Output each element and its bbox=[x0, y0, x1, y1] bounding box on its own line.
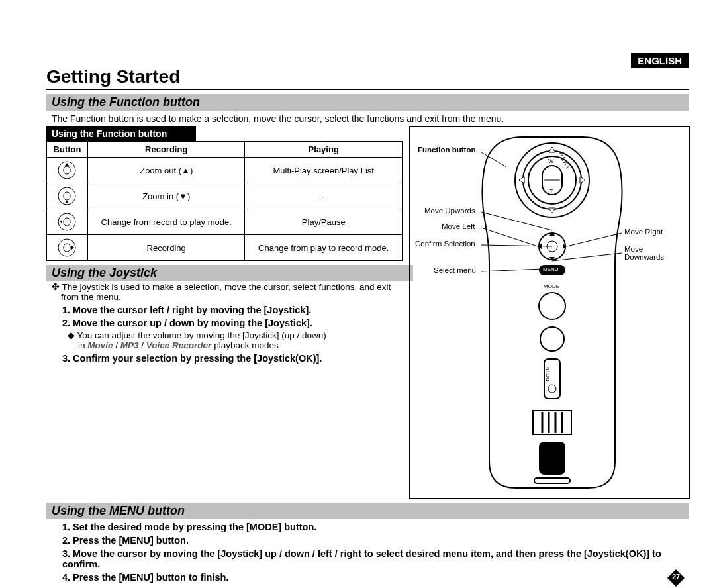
button-icon bbox=[47, 235, 88, 261]
label-menu: MENU bbox=[543, 266, 559, 272]
label-w: W bbox=[548, 158, 554, 164]
svg-marker-18 bbox=[549, 208, 555, 213]
menu-step-2: 2. Press the [MENU] button. bbox=[52, 535, 683, 546]
menu-step-3: 3. Move the cursor by moving the [Joysti… bbox=[52, 548, 683, 569]
table-row: Change from record to play mode. Play/Pa… bbox=[47, 209, 403, 235]
label-mode: MODE bbox=[544, 283, 559, 289]
svg-rect-37 bbox=[539, 442, 565, 475]
label-select-menu: Select menu bbox=[434, 266, 476, 274]
th-playing: Playing bbox=[245, 142, 403, 158]
svg-rect-38 bbox=[534, 478, 570, 483]
svg-marker-5 bbox=[65, 201, 69, 203]
svg-rect-4 bbox=[64, 192, 70, 200]
svg-rect-7 bbox=[64, 218, 70, 226]
svg-marker-2 bbox=[65, 163, 69, 166]
label-function-button: Function button bbox=[418, 146, 476, 154]
function-table: Button Recording Playing Zoom out (▲) Mu… bbox=[46, 141, 403, 261]
label-move-left: Move Left bbox=[442, 222, 475, 230]
cell-playing: Change from play to record mode. bbox=[245, 235, 403, 261]
label-confirm: Confirm Selection bbox=[415, 240, 475, 248]
label-dcin: DC IN bbox=[545, 367, 551, 381]
th-recording: Recording bbox=[87, 142, 245, 158]
svg-marker-11 bbox=[72, 246, 74, 250]
table-row: Recording Change from play to record mod… bbox=[47, 235, 403, 261]
label-move-downwards: Move Downwards bbox=[624, 245, 677, 261]
svg-rect-10 bbox=[64, 244, 70, 252]
page-title: Getting Started bbox=[46, 66, 689, 90]
cell-recording: Zoom out (▲) bbox=[87, 158, 245, 183]
language-badge: ENGLISH bbox=[631, 53, 689, 68]
function-intro-text: The Function button is used to make a se… bbox=[52, 113, 683, 124]
button-icon bbox=[47, 158, 88, 183]
section-function-title: Using the Function button bbox=[46, 94, 689, 111]
button-icon bbox=[47, 209, 88, 235]
joystick-bullet: ✤ The joystick is used to make a selecti… bbox=[61, 281, 397, 302]
svg-line-44 bbox=[567, 233, 622, 246]
svg-line-43 bbox=[481, 269, 542, 271]
section-menu-title: Using the MENU button bbox=[46, 503, 689, 519]
menu-step-4: 4. Press the [MENU] button to finish. bbox=[52, 572, 683, 583]
svg-point-28 bbox=[539, 293, 565, 319]
joystick-step-1: 1. Move the cursor left / right by movin… bbox=[52, 305, 397, 315]
device-diagram: Function button Move Upwards Move Left C… bbox=[409, 126, 690, 499]
svg-point-31 bbox=[548, 385, 556, 393]
page-number: 27 bbox=[666, 573, 686, 581]
section-joystick-title: Using the Joystick bbox=[46, 265, 413, 281]
svg-rect-32 bbox=[533, 411, 571, 434]
th-button: Button bbox=[47, 142, 88, 158]
svg-marker-8 bbox=[60, 220, 62, 224]
cell-playing: Play/Pause bbox=[245, 209, 403, 235]
cell-recording: Recording bbox=[87, 235, 245, 261]
svg-line-40 bbox=[481, 212, 552, 230]
joystick-step-2-sub: ◆ You can adjust the volume by moving th… bbox=[78, 330, 397, 340]
cell-recording: Zoom in (▼) bbox=[87, 183, 245, 209]
table-row: Zoom out (▲) Multi-Play screen/Play List bbox=[47, 158, 403, 183]
svg-marker-17 bbox=[549, 147, 555, 152]
table-title: Using the Function button bbox=[46, 126, 196, 141]
cell-recording: Change from record to play mode. bbox=[87, 209, 245, 235]
label-move-upwards: Move Upwards bbox=[424, 207, 475, 215]
joystick-step-3: 3. Confirm your selection by pressing th… bbox=[52, 353, 397, 364]
manual-page: ENGLISH Getting Started Using the Functi… bbox=[0, 0, 715, 588]
joystick-step-2: 2. Move the cursor up / down by moving t… bbox=[52, 318, 397, 328]
svg-line-41 bbox=[481, 228, 538, 246]
cell-playing: - bbox=[245, 183, 403, 209]
svg-point-29 bbox=[540, 327, 564, 351]
svg-marker-20 bbox=[580, 177, 585, 183]
label-move-right: Move Right bbox=[624, 228, 663, 236]
button-icon bbox=[47, 183, 88, 209]
menu-step-1: 1. Set the desired mode by pressing the … bbox=[52, 522, 683, 532]
svg-rect-1 bbox=[64, 166, 70, 174]
cell-playing: Multi-Play screen/Play List bbox=[245, 158, 403, 183]
table-row: Zoom in (▼) - bbox=[47, 183, 403, 209]
svg-marker-19 bbox=[519, 177, 524, 183]
page-number-badge: 27 bbox=[666, 568, 686, 588]
label-t: T bbox=[549, 188, 553, 195]
joystick-modes-line: in Movie / MP3 / Voice Recorder playback… bbox=[78, 340, 397, 350]
